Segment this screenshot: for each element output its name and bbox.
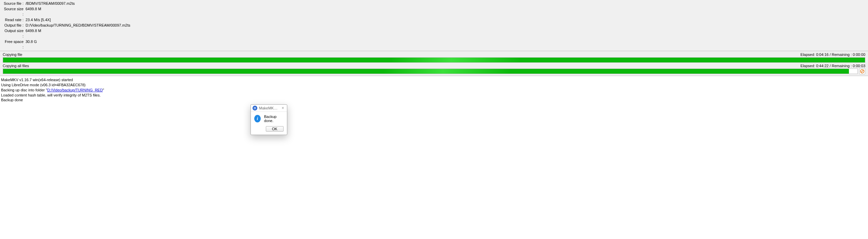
source-file-value: /BDMV/STREAM/00097.m2ts <box>25 1 75 6</box>
info-panel: Source file : /BDMV/STREAM/00097.m2ts So… <box>0 0 868 51</box>
free-space-value: 30.8 G <box>25 39 37 50</box>
cancel-button[interactable] <box>859 68 865 74</box>
info-row-free-space: Free space : 30.8 G <box>3 39 865 50</box>
info-row-output-size: Output size : 6499.8 M <box>3 28 865 39</box>
info-row-source-size: Source size : 6499.8 M <box>3 6 865 17</box>
info-row-read-rate: Read rate : 23.4 M/s [5.4X] <box>3 17 865 23</box>
log-text: Backing up disc into folder " <box>1 88 47 92</box>
output-file-value: D:/Video/backup/TURNING_RED/BDMV/STREAM/… <box>25 23 130 28</box>
backup-folder-link[interactable]: D:/Video/backup/TURNING_RED <box>47 88 103 92</box>
read-rate-value: 23.4 M/s [5.4X] <box>25 17 51 23</box>
progress-all-bar <box>3 69 858 74</box>
progress-file-timing: Elapsed: 0:04:16 / Remaining : 0:00:00 <box>801 52 865 57</box>
read-rate-label: Read rate : <box>3 17 25 23</box>
output-size-value: 6499.8 M <box>25 28 41 39</box>
source-file-label: Source file : <box>3 1 25 6</box>
output-file-label: Output file : <box>3 23 25 28</box>
progress-file-bar <box>3 57 865 63</box>
log-text: " <box>103 88 104 92</box>
info-row-source-file: Source file : /BDMV/STREAM/00097.m2ts <box>3 1 865 6</box>
log-line: MakeMKV v1.16.7 win(x64-release) started <box>1 77 867 83</box>
progress-all-fill <box>3 69 849 74</box>
info-row-output-file: Output file : D:/Video/backup/TURNING_RE… <box>3 23 865 28</box>
log-line: Loaded content hash table, will verify i… <box>1 93 867 98</box>
source-size-value: 6499.8 M <box>25 6 41 17</box>
progress-file-fill <box>3 58 865 62</box>
cancel-icon <box>860 69 865 74</box>
log-panel: MakeMKV v1.16.7 win(x64-release) started… <box>0 76 868 104</box>
progress-file-section: Copying file Elapsed: 0:04:16 / Remainin… <box>0 51 868 76</box>
progress-all-timing: Elapsed: 0:44:22 / Remaining : 0:00:03 <box>801 63 865 68</box>
svg-line-1 <box>861 70 863 72</box>
log-line: Using LibreDrive mode (v06.3 id=4FBA32AE… <box>1 83 867 88</box>
log-line: Backup done <box>1 98 867 103</box>
progress-file-label: Copying file <box>3 52 22 57</box>
free-space-label: Free space : <box>3 39 25 50</box>
source-size-label: Source size : <box>3 6 25 17</box>
progress-all-label: Copying all files <box>3 63 29 68</box>
output-size-label: Output size : <box>3 28 25 39</box>
log-line: Backing up disc into folder "D:/Video/ba… <box>1 88 867 93</box>
